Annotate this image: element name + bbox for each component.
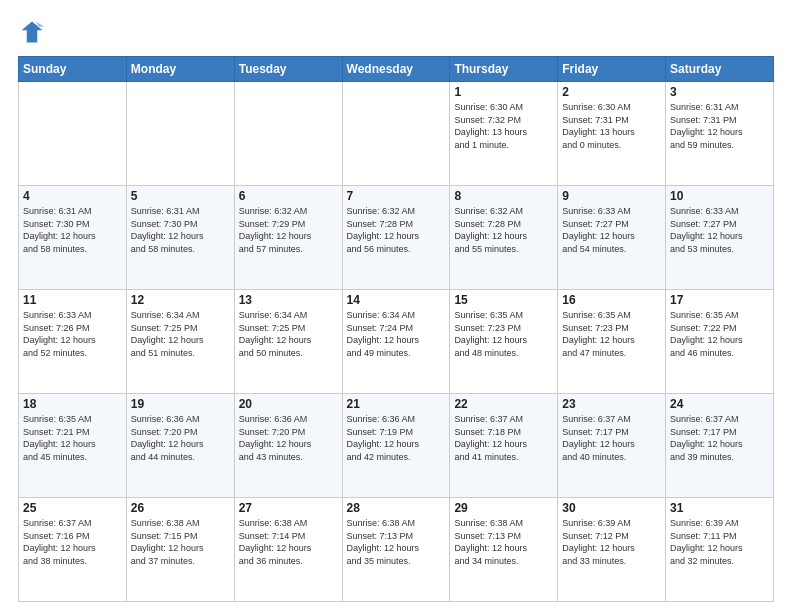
logo-icon <box>18 18 46 46</box>
day-info: Sunrise: 6:31 AM Sunset: 7:30 PM Dayligh… <box>131 205 230 255</box>
day-number: 28 <box>347 501 446 515</box>
day-number: 1 <box>454 85 553 99</box>
calendar-cell: 17Sunrise: 6:35 AM Sunset: 7:22 PM Dayli… <box>666 290 774 394</box>
day-number: 30 <box>562 501 661 515</box>
day-info: Sunrise: 6:35 AM Sunset: 7:23 PM Dayligh… <box>562 309 661 359</box>
calendar-cell: 24Sunrise: 6:37 AM Sunset: 7:17 PM Dayli… <box>666 394 774 498</box>
day-info: Sunrise: 6:31 AM Sunset: 7:31 PM Dayligh… <box>670 101 769 151</box>
day-info: Sunrise: 6:32 AM Sunset: 7:28 PM Dayligh… <box>347 205 446 255</box>
day-info: Sunrise: 6:33 AM Sunset: 7:26 PM Dayligh… <box>23 309 122 359</box>
day-number: 17 <box>670 293 769 307</box>
calendar-cell: 25Sunrise: 6:37 AM Sunset: 7:16 PM Dayli… <box>19 498 127 602</box>
calendar-cell: 27Sunrise: 6:38 AM Sunset: 7:14 PM Dayli… <box>234 498 342 602</box>
weekday-header: Friday <box>558 57 666 82</box>
day-number: 24 <box>670 397 769 411</box>
logo <box>18 18 50 46</box>
day-number: 11 <box>23 293 122 307</box>
calendar-cell: 7Sunrise: 6:32 AM Sunset: 7:28 PM Daylig… <box>342 186 450 290</box>
page: SundayMondayTuesdayWednesdayThursdayFrid… <box>0 0 792 612</box>
day-number: 26 <box>131 501 230 515</box>
weekday-header: Tuesday <box>234 57 342 82</box>
calendar-cell <box>126 82 234 186</box>
day-number: 6 <box>239 189 338 203</box>
calendar-cell: 20Sunrise: 6:36 AM Sunset: 7:20 PM Dayli… <box>234 394 342 498</box>
calendar-table: SundayMondayTuesdayWednesdayThursdayFrid… <box>18 56 774 602</box>
day-info: Sunrise: 6:35 AM Sunset: 7:22 PM Dayligh… <box>670 309 769 359</box>
calendar-cell: 8Sunrise: 6:32 AM Sunset: 7:28 PM Daylig… <box>450 186 558 290</box>
header <box>18 18 774 46</box>
day-number: 20 <box>239 397 338 411</box>
day-info: Sunrise: 6:38 AM Sunset: 7:13 PM Dayligh… <box>347 517 446 567</box>
day-info: Sunrise: 6:35 AM Sunset: 7:23 PM Dayligh… <box>454 309 553 359</box>
day-number: 5 <box>131 189 230 203</box>
day-info: Sunrise: 6:31 AM Sunset: 7:30 PM Dayligh… <box>23 205 122 255</box>
calendar-cell: 14Sunrise: 6:34 AM Sunset: 7:24 PM Dayli… <box>342 290 450 394</box>
day-info: Sunrise: 6:36 AM Sunset: 7:20 PM Dayligh… <box>131 413 230 463</box>
day-info: Sunrise: 6:39 AM Sunset: 7:11 PM Dayligh… <box>670 517 769 567</box>
calendar-cell: 19Sunrise: 6:36 AM Sunset: 7:20 PM Dayli… <box>126 394 234 498</box>
day-number: 3 <box>670 85 769 99</box>
day-number: 10 <box>670 189 769 203</box>
calendar-cell: 23Sunrise: 6:37 AM Sunset: 7:17 PM Dayli… <box>558 394 666 498</box>
weekday-header: Thursday <box>450 57 558 82</box>
day-number: 31 <box>670 501 769 515</box>
calendar-week-row: 18Sunrise: 6:35 AM Sunset: 7:21 PM Dayli… <box>19 394 774 498</box>
calendar-header-row: SundayMondayTuesdayWednesdayThursdayFrid… <box>19 57 774 82</box>
day-info: Sunrise: 6:35 AM Sunset: 7:21 PM Dayligh… <box>23 413 122 463</box>
weekday-header: Sunday <box>19 57 127 82</box>
day-number: 15 <box>454 293 553 307</box>
day-info: Sunrise: 6:32 AM Sunset: 7:29 PM Dayligh… <box>239 205 338 255</box>
day-number: 27 <box>239 501 338 515</box>
calendar-cell: 30Sunrise: 6:39 AM Sunset: 7:12 PM Dayli… <box>558 498 666 602</box>
day-info: Sunrise: 6:30 AM Sunset: 7:32 PM Dayligh… <box>454 101 553 151</box>
calendar-week-row: 1Sunrise: 6:30 AM Sunset: 7:32 PM Daylig… <box>19 82 774 186</box>
day-info: Sunrise: 6:37 AM Sunset: 7:18 PM Dayligh… <box>454 413 553 463</box>
day-info: Sunrise: 6:37 AM Sunset: 7:16 PM Dayligh… <box>23 517 122 567</box>
day-number: 7 <box>347 189 446 203</box>
day-number: 9 <box>562 189 661 203</box>
calendar-cell: 15Sunrise: 6:35 AM Sunset: 7:23 PM Dayli… <box>450 290 558 394</box>
weekday-header: Saturday <box>666 57 774 82</box>
calendar-cell <box>19 82 127 186</box>
calendar-cell: 10Sunrise: 6:33 AM Sunset: 7:27 PM Dayli… <box>666 186 774 290</box>
calendar-cell: 29Sunrise: 6:38 AM Sunset: 7:13 PM Dayli… <box>450 498 558 602</box>
day-info: Sunrise: 6:37 AM Sunset: 7:17 PM Dayligh… <box>670 413 769 463</box>
day-info: Sunrise: 6:33 AM Sunset: 7:27 PM Dayligh… <box>670 205 769 255</box>
day-info: Sunrise: 6:30 AM Sunset: 7:31 PM Dayligh… <box>562 101 661 151</box>
calendar-cell: 28Sunrise: 6:38 AM Sunset: 7:13 PM Dayli… <box>342 498 450 602</box>
day-number: 25 <box>23 501 122 515</box>
day-info: Sunrise: 6:34 AM Sunset: 7:25 PM Dayligh… <box>131 309 230 359</box>
calendar-cell <box>234 82 342 186</box>
calendar-cell: 9Sunrise: 6:33 AM Sunset: 7:27 PM Daylig… <box>558 186 666 290</box>
calendar-cell: 1Sunrise: 6:30 AM Sunset: 7:32 PM Daylig… <box>450 82 558 186</box>
day-info: Sunrise: 6:34 AM Sunset: 7:25 PM Dayligh… <box>239 309 338 359</box>
day-info: Sunrise: 6:38 AM Sunset: 7:15 PM Dayligh… <box>131 517 230 567</box>
calendar-cell: 4Sunrise: 6:31 AM Sunset: 7:30 PM Daylig… <box>19 186 127 290</box>
day-info: Sunrise: 6:38 AM Sunset: 7:13 PM Dayligh… <box>454 517 553 567</box>
calendar-cell: 26Sunrise: 6:38 AM Sunset: 7:15 PM Dayli… <box>126 498 234 602</box>
calendar-cell: 16Sunrise: 6:35 AM Sunset: 7:23 PM Dayli… <box>558 290 666 394</box>
day-info: Sunrise: 6:34 AM Sunset: 7:24 PM Dayligh… <box>347 309 446 359</box>
calendar-cell: 22Sunrise: 6:37 AM Sunset: 7:18 PM Dayli… <box>450 394 558 498</box>
day-info: Sunrise: 6:37 AM Sunset: 7:17 PM Dayligh… <box>562 413 661 463</box>
weekday-header: Monday <box>126 57 234 82</box>
day-info: Sunrise: 6:36 AM Sunset: 7:19 PM Dayligh… <box>347 413 446 463</box>
calendar-cell: 3Sunrise: 6:31 AM Sunset: 7:31 PM Daylig… <box>666 82 774 186</box>
day-info: Sunrise: 6:33 AM Sunset: 7:27 PM Dayligh… <box>562 205 661 255</box>
day-number: 8 <box>454 189 553 203</box>
calendar-cell: 31Sunrise: 6:39 AM Sunset: 7:11 PM Dayli… <box>666 498 774 602</box>
day-number: 13 <box>239 293 338 307</box>
calendar-cell: 6Sunrise: 6:32 AM Sunset: 7:29 PM Daylig… <box>234 186 342 290</box>
day-number: 22 <box>454 397 553 411</box>
day-number: 4 <box>23 189 122 203</box>
calendar-cell <box>342 82 450 186</box>
day-number: 29 <box>454 501 553 515</box>
day-number: 19 <box>131 397 230 411</box>
calendar-cell: 18Sunrise: 6:35 AM Sunset: 7:21 PM Dayli… <box>19 394 127 498</box>
calendar-cell: 13Sunrise: 6:34 AM Sunset: 7:25 PM Dayli… <box>234 290 342 394</box>
day-number: 23 <box>562 397 661 411</box>
calendar-week-row: 11Sunrise: 6:33 AM Sunset: 7:26 PM Dayli… <box>19 290 774 394</box>
calendar-cell: 12Sunrise: 6:34 AM Sunset: 7:25 PM Dayli… <box>126 290 234 394</box>
day-info: Sunrise: 6:39 AM Sunset: 7:12 PM Dayligh… <box>562 517 661 567</box>
day-info: Sunrise: 6:32 AM Sunset: 7:28 PM Dayligh… <box>454 205 553 255</box>
